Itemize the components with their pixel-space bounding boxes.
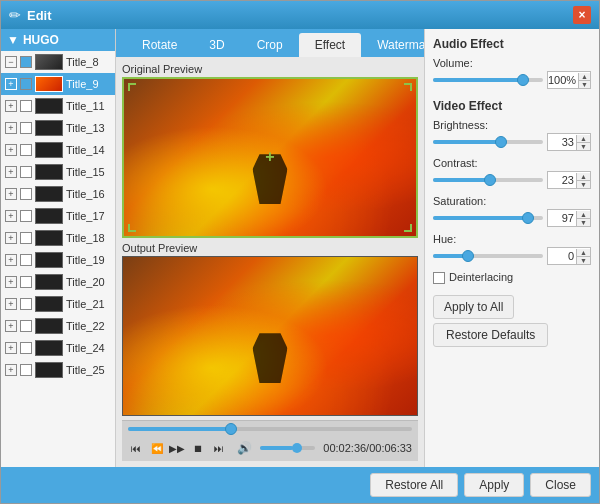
saturation-spin-down[interactable]: ▼ bbox=[577, 219, 590, 226]
contrast-spin-up[interactable]: ▲ bbox=[577, 173, 590, 181]
item-checkbox[interactable] bbox=[20, 342, 32, 354]
tab-rotate[interactable]: Rotate bbox=[126, 33, 193, 57]
brightness-thumb[interactable] bbox=[495, 136, 507, 148]
item-checkbox[interactable] bbox=[20, 320, 32, 332]
tab-effect[interactable]: Effect bbox=[299, 33, 361, 57]
stop-button[interactable]: ⏹ bbox=[190, 439, 207, 457]
item-checkbox[interactable] bbox=[20, 298, 32, 310]
skip-end-button[interactable]: ⏭ bbox=[210, 439, 227, 457]
brightness-spin-down[interactable]: ▼ bbox=[577, 143, 590, 150]
sidebar-item[interactable]: + Title_15 bbox=[1, 161, 115, 183]
hue-spin-up[interactable]: ▲ bbox=[577, 249, 590, 257]
sidebar-item[interactable]: + Title_22 bbox=[1, 315, 115, 337]
restore-defaults-button[interactable]: Restore Defaults bbox=[433, 323, 548, 347]
expand-toggle[interactable]: − bbox=[5, 56, 17, 68]
hue-track[interactable] bbox=[433, 254, 543, 258]
expand-toggle[interactable]: + bbox=[5, 254, 17, 266]
saturation-track[interactable] bbox=[433, 216, 543, 220]
expand-toggle[interactable]: + bbox=[5, 320, 17, 332]
sidebar-item[interactable]: + Title_14 bbox=[1, 139, 115, 161]
restore-all-button[interactable]: Restore All bbox=[370, 473, 458, 497]
saturation-spinbox[interactable]: 97 ▲ ▼ bbox=[547, 209, 591, 227]
contrast-spin-down[interactable]: ▼ bbox=[577, 181, 590, 188]
play-button[interactable]: ▶▶ bbox=[169, 439, 186, 457]
sidebar-item[interactable]: + Title_25 bbox=[1, 359, 115, 381]
brightness-spinbox[interactable]: 33 ▲ ▼ bbox=[547, 133, 591, 151]
item-checkbox[interactable] bbox=[20, 364, 32, 376]
step-back-button[interactable]: ⏪ bbox=[149, 439, 166, 457]
progress-track[interactable] bbox=[128, 427, 412, 431]
expand-toggle[interactable]: + bbox=[5, 144, 17, 156]
close-button[interactable]: × bbox=[573, 6, 591, 24]
item-checkbox[interactable] bbox=[20, 122, 32, 134]
progress-thumb[interactable] bbox=[225, 423, 237, 435]
contrast-param: Contrast: 23 ▲ ▼ bbox=[433, 157, 591, 189]
volume-spin-up[interactable]: ▲ bbox=[579, 73, 590, 81]
sidebar-item[interactable]: + Title_13 bbox=[1, 117, 115, 139]
brightness-spin-arrows: ▲ ▼ bbox=[576, 135, 590, 150]
skip-start-button[interactable]: ⏮ bbox=[128, 439, 145, 457]
sidebar-item[interactable]: + Title_18 bbox=[1, 227, 115, 249]
sidebar-item[interactable]: + Title_21 bbox=[1, 293, 115, 315]
tab-watermark[interactable]: Watermark bbox=[361, 33, 424, 57]
expand-toggle[interactable]: + bbox=[5, 188, 17, 200]
item-checkbox[interactable] bbox=[20, 232, 32, 244]
contrast-spinbox[interactable]: 23 ▲ ▼ bbox=[547, 171, 591, 189]
item-checkbox[interactable] bbox=[20, 56, 32, 68]
sidebar-item[interactable]: + Title_20 bbox=[1, 271, 115, 293]
expand-toggle[interactable]: + bbox=[5, 276, 17, 288]
progress-bar-container[interactable] bbox=[128, 427, 412, 435]
item-checkbox[interactable] bbox=[20, 188, 32, 200]
item-label: Title_13 bbox=[66, 122, 105, 134]
deinterlacing-checkbox[interactable] bbox=[433, 272, 445, 284]
expand-toggle[interactable]: + bbox=[5, 78, 17, 90]
volume-thumb[interactable] bbox=[292, 443, 302, 453]
expand-toggle[interactable]: + bbox=[5, 342, 17, 354]
saturation-spin-arrows: ▲ ▼ bbox=[576, 211, 590, 226]
expand-toggle[interactable]: + bbox=[5, 122, 17, 134]
item-checkbox[interactable] bbox=[20, 100, 32, 112]
corner-tl bbox=[128, 83, 136, 91]
item-checkbox[interactable] bbox=[20, 166, 32, 178]
close-dialog-button[interactable]: Close bbox=[530, 473, 591, 497]
volume-slider-track[interactable] bbox=[433, 78, 543, 82]
item-checkbox[interactable] bbox=[20, 254, 32, 266]
sidebar-item[interactable]: + Title_17 bbox=[1, 205, 115, 227]
contrast-track[interactable] bbox=[433, 178, 543, 182]
apply-to-all-button[interactable]: Apply to All bbox=[433, 295, 514, 319]
item-checkbox[interactable] bbox=[20, 78, 32, 90]
brightness-spin-up[interactable]: ▲ bbox=[577, 135, 590, 143]
apply-button[interactable]: Apply bbox=[464, 473, 524, 497]
tab-3d[interactable]: 3D bbox=[193, 33, 240, 57]
expand-toggle[interactable]: + bbox=[5, 210, 17, 222]
volume-slider-thumb[interactable] bbox=[517, 74, 529, 86]
hue-thumb[interactable] bbox=[462, 250, 474, 262]
brightness-param: Brightness: 33 ▲ ▼ bbox=[433, 119, 591, 151]
saturation-thumb[interactable] bbox=[522, 212, 534, 224]
sidebar-item[interactable]: + Title_19 bbox=[1, 249, 115, 271]
tab-crop[interactable]: Crop bbox=[241, 33, 299, 57]
expand-toggle[interactable]: + bbox=[5, 166, 17, 178]
volume-slider[interactable] bbox=[260, 446, 315, 450]
expand-toggle[interactable]: + bbox=[5, 232, 17, 244]
expand-toggle[interactable]: + bbox=[5, 298, 17, 310]
sidebar-item[interactable]: + Title_9 bbox=[1, 73, 115, 95]
sidebar-item[interactable]: + Title_11 bbox=[1, 95, 115, 117]
hue-spinbox[interactable]: 0 ▲ ▼ bbox=[547, 247, 591, 265]
sidebar-item[interactable]: + Title_16 bbox=[1, 183, 115, 205]
volume-spinbox[interactable]: 100% ▲ ▼ bbox=[547, 71, 591, 89]
brightness-track[interactable] bbox=[433, 140, 543, 144]
expand-toggle[interactable]: + bbox=[5, 100, 17, 112]
item-checkbox[interactable] bbox=[20, 210, 32, 222]
saturation-spin-up[interactable]: ▲ bbox=[577, 211, 590, 219]
item-checkbox[interactable] bbox=[20, 144, 32, 156]
volume-spin-down[interactable]: ▼ bbox=[579, 81, 590, 88]
sidebar-item[interactable]: − Title_8 bbox=[1, 51, 115, 73]
expand-toggle[interactable]: + bbox=[5, 364, 17, 376]
video-effect-title: Video Effect bbox=[433, 99, 591, 113]
hue-spin-down[interactable]: ▼ bbox=[577, 257, 590, 264]
item-label: Title_20 bbox=[66, 276, 105, 288]
contrast-thumb[interactable] bbox=[484, 174, 496, 186]
sidebar-item[interactable]: + Title_24 bbox=[1, 337, 115, 359]
item-checkbox[interactable] bbox=[20, 276, 32, 288]
